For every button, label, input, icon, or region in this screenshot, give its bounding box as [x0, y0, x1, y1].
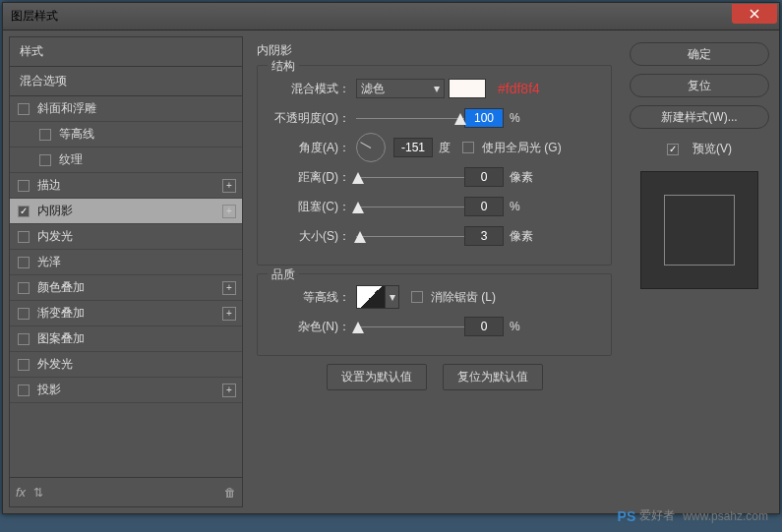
- contour-swatch[interactable]: [356, 285, 386, 309]
- preview-inner: [664, 195, 735, 266]
- checkbox-icon[interactable]: [18, 308, 30, 320]
- size-slider[interactable]: [356, 229, 464, 243]
- sidebar-header-styles[interactable]: 样式: [10, 37, 242, 67]
- antialias-label: 消除锯齿 (L): [431, 289, 496, 306]
- distance-label: 距离(D)：: [270, 169, 356, 186]
- color-swatch[interactable]: [449, 79, 486, 98]
- trash-icon[interactable]: 🗑: [224, 486, 236, 500]
- distance-row: 距离(D)： 像素: [270, 166, 599, 188]
- quality-fieldset: 品质 等高线： ▾ 消除锯齿 (L) 杂色(N)： %: [257, 273, 612, 356]
- sidebar-item-gradient-overlay[interactable]: 渐变叠加+: [10, 301, 242, 326]
- ok-button[interactable]: 确定: [630, 42, 769, 66]
- checkbox-icon[interactable]: [18, 333, 30, 345]
- defaults-button-row: 设置为默认值 复位为默认值: [257, 364, 612, 390]
- sidebar-list: 样式 混合选项 斜面和浮雕 等高线 纹理 描边+ 内阴影+ 内发光 光泽 颜色叠…: [9, 36, 243, 478]
- contour-label: 等高线：: [270, 289, 356, 306]
- angle-input[interactable]: [393, 138, 433, 157]
- checkbox-icon[interactable]: [39, 129, 51, 141]
- plus-icon[interactable]: +: [222, 205, 236, 218]
- chevron-down-icon: ▾: [434, 82, 440, 95]
- noise-unit: %: [510, 320, 520, 333]
- sidebar-item-satin[interactable]: 光泽: [10, 250, 242, 275]
- contour-dropdown[interactable]: ▾: [386, 285, 399, 309]
- blend-mode-row: 混合模式： 滤色 ▾ #fdf8f4: [270, 78, 599, 99]
- plus-icon[interactable]: +: [222, 179, 236, 193]
- size-row: 大小(S)： 像素: [270, 225, 599, 247]
- sidebar-item-bevel[interactable]: 斜面和浮雕: [10, 96, 242, 122]
- preview-checkbox[interactable]: [667, 144, 679, 155]
- sidebar-item-outer-glow[interactable]: 外发光: [10, 352, 242, 378]
- distance-slider[interactable]: [356, 170, 464, 184]
- choke-unit: %: [510, 200, 520, 213]
- checkbox-icon[interactable]: [18, 282, 30, 294]
- layer-style-dialog: 图层样式 样式 混合选项 斜面和浮雕 等高线 纹理 描边+ 内阴影+ 内发光 光…: [2, 2, 780, 514]
- chevron-down-icon: ▾: [390, 290, 395, 304]
- structure-fieldset: 结构 混合模式： 滤色 ▾ #fdf8f4 不透明度(O)： %: [257, 65, 612, 266]
- checkbox-icon[interactable]: [39, 154, 51, 166]
- noise-input[interactable]: [464, 317, 504, 336]
- checkbox-icon[interactable]: [18, 103, 30, 115]
- sidebar-item-inner-shadow[interactable]: 内阴影+: [10, 199, 242, 224]
- structure-legend: 结构: [268, 58, 299, 75]
- angle-unit: 度: [439, 140, 451, 156]
- cancel-button[interactable]: 复位: [630, 74, 769, 97]
- center-panel: 内阴影 结构 混合模式： 滤色 ▾ #fdf8f4 不透明度(O)： %: [249, 36, 620, 507]
- checkbox-icon[interactable]: [18, 180, 30, 192]
- size-unit: 像素: [510, 228, 533, 245]
- choke-input[interactable]: [464, 197, 504, 216]
- opacity-unit: %: [510, 111, 520, 125]
- preview-toggle-row: 预览(V): [630, 141, 769, 157]
- choke-slider[interactable]: [356, 200, 464, 213]
- right-column: 确定 复位 新建样式(W)... 预览(V): [626, 36, 773, 507]
- opacity-input[interactable]: [464, 108, 504, 128]
- antialias-checkbox[interactable]: [411, 291, 423, 303]
- checkbox-icon[interactable]: [18, 231, 30, 243]
- sidebar-item-color-overlay[interactable]: 颜色叠加+: [10, 275, 242, 301]
- noise-slider[interactable]: [356, 320, 464, 333]
- new-style-button[interactable]: 新建样式(W)...: [630, 105, 769, 129]
- fx-icon[interactable]: fx: [16, 485, 26, 500]
- quality-legend: 品质: [268, 266, 299, 283]
- set-default-button[interactable]: 设置为默认值: [327, 364, 427, 390]
- angle-dial[interactable]: [356, 133, 386, 162]
- angle-needle-icon: [360, 142, 371, 148]
- checkbox-icon[interactable]: [18, 384, 30, 396]
- sidebar-item-drop-shadow[interactable]: 投影+: [10, 378, 242, 403]
- sidebar-item-label: 光泽: [37, 254, 61, 270]
- sidebar-item-label: 颜色叠加: [37, 279, 85, 296]
- sidebar-item-texture[interactable]: 纹理: [10, 148, 242, 173]
- titlebar[interactable]: 图层样式: [3, 3, 779, 30]
- sidebar-item-label: 图案叠加: [37, 330, 85, 347]
- angle-label: 角度(A)：: [270, 140, 356, 156]
- sidebar-header-blend[interactable]: 混合选项: [10, 67, 242, 96]
- sidebar-item-contour[interactable]: 等高线: [10, 122, 242, 148]
- opacity-slider[interactable]: [356, 111, 464, 125]
- slider-thumb-icon[interactable]: [354, 231, 366, 243]
- sidebar-item-pattern-overlay[interactable]: 图案叠加: [10, 326, 242, 352]
- sidebar-item-label: 等高线: [59, 126, 94, 143]
- plus-icon[interactable]: +: [222, 281, 236, 295]
- sidebar-item-stroke[interactable]: 描边+: [10, 173, 242, 199]
- sidebar-item-inner-glow[interactable]: 内发光: [10, 224, 242, 250]
- sidebar-item-label: 外发光: [37, 356, 73, 373]
- preview-box: [640, 171, 758, 289]
- window-title: 图层样式: [11, 8, 58, 25]
- sidebar: 样式 混合选项 斜面和浮雕 等高线 纹理 描边+ 内阴影+ 内发光 光泽 颜色叠…: [9, 36, 243, 507]
- checkbox-icon[interactable]: [18, 359, 30, 371]
- plus-icon[interactable]: +: [222, 307, 236, 321]
- size-input[interactable]: [464, 226, 504, 246]
- blend-mode-dropdown[interactable]: 滤色 ▾: [356, 79, 445, 98]
- panel-title: 内阴影: [257, 42, 612, 59]
- choke-label: 阻塞(C)：: [270, 199, 356, 215]
- close-button[interactable]: [732, 4, 777, 24]
- plus-icon[interactable]: +: [222, 384, 236, 397]
- checkbox-icon[interactable]: [18, 206, 30, 217]
- watermark-brand: PS: [618, 508, 636, 524]
- sidebar-item-label: 纹理: [59, 151, 83, 168]
- preview-label: 预览(V): [692, 141, 732, 157]
- checkbox-icon[interactable]: [18, 257, 30, 268]
- restore-default-button[interactable]: 复位为默认值: [443, 364, 543, 390]
- arrow-up-down-icon[interactable]: ⇅: [33, 486, 43, 500]
- global-light-checkbox[interactable]: [462, 142, 474, 153]
- distance-input[interactable]: [464, 167, 504, 187]
